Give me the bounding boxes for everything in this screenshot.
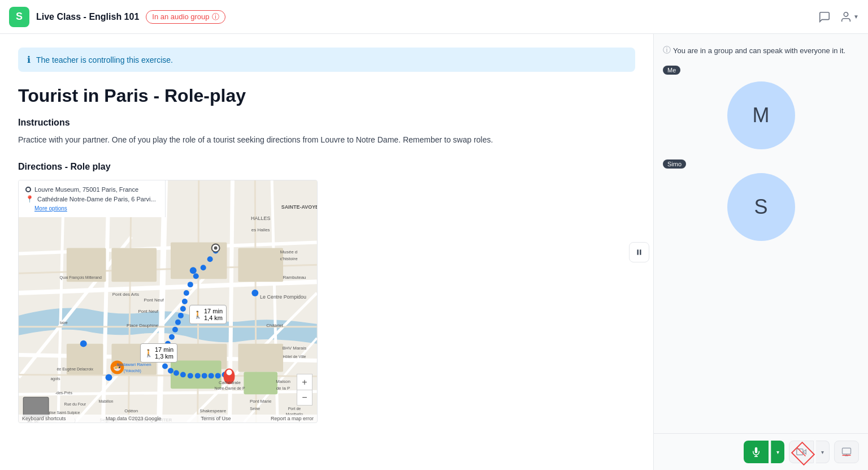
mic-button[interactable]: [744, 441, 769, 463]
directions-heading: Directions - Role play: [18, 162, 635, 172]
svg-text:SAINTE-AVOYE: SAINTE-AVOYE: [281, 204, 317, 210]
svg-text:Rue du Four: Rue du Four: [64, 403, 86, 407]
svg-text:Musée d: Musée d: [280, 250, 298, 255]
svg-text:Port de: Port de: [288, 407, 301, 411]
svg-point-40: [175, 320, 181, 325]
walk-icon-2: 🚶: [144, 349, 153, 357]
svg-point-63: [106, 374, 112, 381]
map-to-label: Cathédrale Notre-Dame de Paris, 6 Parvi.…: [37, 196, 156, 202]
exercise-title: Tourist in Paris - Role-play: [18, 85, 635, 106]
map-keyboard-shortcuts[interactable]: Keyboard shortcuts: [22, 416, 66, 421]
svg-rect-30: [244, 372, 277, 395]
svg-text:Notre-Dame de P: Notre-Dame de P: [214, 387, 245, 391]
svg-text:HALLES: HALLES: [251, 215, 270, 221]
walk-badge-2: 🚶 17 min 1,3 km: [140, 343, 177, 363]
svg-point-41: [172, 327, 178, 333]
svg-rect-115: [843, 448, 851, 454]
map-to-row: 📍 Cathédrale Notre-Dame de Paris, 6 Parv…: [25, 195, 158, 203]
user-m-avatar: M: [727, 81, 795, 149]
user-m-section: M: [663, 81, 859, 149]
svg-point-48: [168, 368, 173, 374]
mic-dropdown-button[interactable]: ▾: [771, 441, 784, 463]
right-panel-content: ⓘ You are in a group and can speak with …: [654, 34, 868, 433]
svg-point-39: [178, 313, 184, 318]
map-report-error[interactable]: Report a map error: [271, 416, 314, 421]
walk-icon-1: 🚶: [193, 311, 202, 319]
audio-group-badge[interactable]: In an audio group ⓘ: [146, 10, 225, 24]
svg-rect-109: [640, 249, 641, 255]
svg-point-65: [190, 268, 197, 274]
svg-text:Mabillon: Mabillon: [99, 400, 114, 404]
pause-button[interactable]: [629, 242, 649, 262]
me-badge: Me: [663, 66, 680, 75]
warning-icon: ℹ: [27, 54, 31, 65]
svg-line-114: [797, 448, 806, 456]
user-s-section: S: [663, 173, 859, 241]
svg-text:Pont Marie: Pont Marie: [250, 399, 272, 404]
svg-point-34: [193, 274, 199, 279]
simo-badge: Simo: [663, 159, 686, 169]
svg-point-33: [201, 265, 206, 271]
svg-text:Quai François Mitterand: Quai François Mitterand: [60, 276, 102, 281]
svg-point-38: [180, 306, 186, 312]
svg-point-42: [169, 334, 175, 340]
video-button[interactable]: [789, 441, 814, 463]
top-bar-right: ▼: [818, 11, 859, 23]
svg-text:Hôtel de Ville: Hôtel de Ville: [283, 355, 306, 359]
svg-rect-28: [238, 344, 283, 372]
right-panel: ⓘ You are in a group and can speak with …: [653, 34, 868, 470]
info-icon: ⓘ: [212, 12, 219, 22]
logo: S: [9, 7, 29, 27]
svg-text:BHV Marais: BHV Marais: [283, 346, 306, 351]
svg-text:-des-Prés: -des-Prés: [55, 391, 73, 395]
svg-text:Place Dauphine: Place Dauphine: [127, 323, 159, 328]
svg-point-53: [202, 373, 207, 379]
svg-point-64: [80, 340, 87, 347]
zoom-out-button[interactable]: −: [297, 390, 313, 406]
svg-point-49: [173, 370, 179, 376]
svg-point-66: [251, 290, 258, 296]
svg-text:Shakespeare: Shakespeare: [199, 408, 226, 413]
map-from-row: Louvre Museum, 75001 Paris, France: [25, 186, 158, 193]
svg-point-55: [215, 373, 221, 379]
svg-text:c'histoire: c'histoire: [280, 257, 298, 262]
svg-text:Pont des Arts: Pont des Arts: [112, 292, 139, 297]
from-circle-icon: [25, 187, 31, 192]
top-bar: S Live Class - English 101 In an audio g…: [0, 0, 868, 34]
video-dropdown-button[interactable]: ▾: [816, 441, 830, 463]
svg-point-37: [182, 299, 188, 304]
user-menu-button[interactable]: ▼: [840, 11, 859, 23]
svg-text:Odéon: Odéon: [124, 408, 138, 413]
svg-text:de la P: de la P: [276, 386, 290, 391]
svg-text:taire: taire: [60, 321, 68, 325]
walk-badge-1: 🚶 17 min 1,4 km: [189, 305, 227, 324]
svg-text:Pont Neuf: Pont Neuf: [138, 309, 158, 314]
group-info-icon: ⓘ: [663, 45, 671, 55]
screen-share-button[interactable]: [834, 441, 859, 463]
map-from-label: Louvre Museum, 75001 Paris, France: [34, 186, 138, 193]
svg-point-52: [195, 373, 201, 379]
chat-button[interactable]: [818, 11, 831, 23]
svg-point-47: [162, 364, 168, 369]
map-more-options[interactable]: More options: [25, 205, 158, 212]
svg-text:agots: agots: [50, 377, 60, 382]
svg-marker-112: [803, 450, 806, 454]
map-terms[interactable]: Terms of Use: [201, 416, 231, 421]
group-info: ⓘ You are in a group and can speak with …: [663, 45, 859, 55]
svg-text:ée Eugène Delacroix: ée Eugène Delacroix: [57, 368, 93, 372]
svg-point-51: [188, 373, 193, 379]
banner-text: The teacher is controlling this exercise…: [36, 55, 173, 64]
main-area: ℹ The teacher is controlling this exerci…: [0, 34, 868, 470]
map-data-credit: Map data ©2023 Google: [106, 416, 161, 421]
svg-text:Maison: Maison: [276, 380, 290, 385]
svg-rect-27: [238, 248, 283, 282]
svg-point-50: [180, 372, 186, 378]
content-panel: ℹ The teacher is controlling this exerci…: [0, 34, 653, 470]
svg-point-0: [844, 12, 848, 16]
zoom-in-button[interactable]: +: [297, 374, 313, 390]
svg-rect-25: [111, 248, 157, 282]
teacher-control-banner: ℹ The teacher is controlling this exerci…: [18, 48, 635, 72]
svg-text:Seine: Seine: [250, 407, 260, 411]
svg-text:Le Centre Pompidou: Le Centre Pompidou: [260, 294, 306, 300]
user-s-avatar: S: [727, 173, 795, 241]
